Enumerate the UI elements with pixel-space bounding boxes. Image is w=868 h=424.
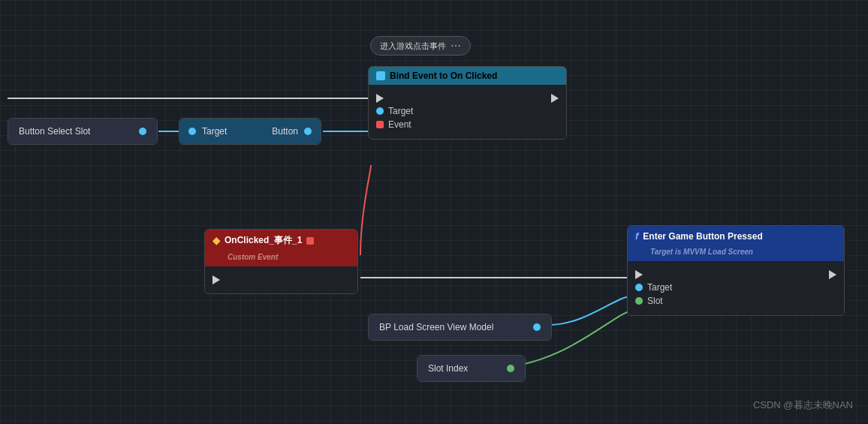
onclicked-diamond-icon: ◆ bbox=[212, 235, 220, 246]
enter-game-exec-row bbox=[635, 270, 836, 279]
target-button-body: Target Button bbox=[179, 119, 321, 144]
slot-index-label: Slot Index bbox=[428, 363, 507, 374]
bp-load-screen-out-pin[interactable] bbox=[533, 323, 541, 331]
enter-game-sub: Target is MVVM Load Screen bbox=[650, 248, 753, 256]
enter-game-f-icon: f bbox=[635, 230, 638, 242]
exec-out-pin[interactable] bbox=[551, 94, 559, 103]
enter-game-target-row: Target bbox=[635, 282, 836, 293]
enter-game-exec-in[interactable] bbox=[635, 270, 643, 279]
tooltip-bubble: 进入游戏点击事件 ⋯ bbox=[370, 36, 471, 56]
enter-game-slot-label: Slot bbox=[647, 296, 663, 306]
onclicked-red-pin[interactable] bbox=[306, 237, 314, 245]
button-select-slot-body: Button Select Slot bbox=[8, 119, 157, 144]
watermark: CSDN @暮志未晚NAN bbox=[753, 398, 853, 412]
enter-game-slot-pin[interactable] bbox=[635, 297, 643, 305]
bind-event-header: Bind Event to On Clicked bbox=[369, 67, 566, 85]
target-button-node: Target Button bbox=[179, 118, 321, 145]
bind-event-event-row: Event bbox=[376, 119, 559, 130]
slot-index-node: Slot Index bbox=[417, 355, 526, 382]
tooltip-icon: ⋯ bbox=[451, 40, 461, 52]
exec-in-pin[interactable] bbox=[376, 94, 384, 103]
event-label: Event bbox=[388, 119, 411, 130]
enter-game-header: f Enter Game Button Pressed Target is MV… bbox=[628, 226, 844, 261]
bp-load-screen-label: BP Load Screen View Model bbox=[379, 322, 533, 332]
tooltip-text: 进入游戏点击事件 bbox=[380, 41, 446, 52]
button-out-pin[interactable] bbox=[304, 128, 312, 135]
bind-event-exec-row bbox=[376, 94, 559, 103]
onclicked-exec-out[interactable] bbox=[212, 275, 220, 284]
target-label: Target bbox=[202, 126, 227, 137]
enter-game-title: Enter Game Button Pressed bbox=[643, 231, 762, 242]
target-in-pin[interactable] bbox=[188, 128, 196, 135]
bind-event-icon bbox=[376, 71, 385, 80]
button-select-slot-label: Button Select Slot bbox=[19, 126, 139, 137]
enter-game-node: f Enter Game Button Pressed Target is MV… bbox=[627, 225, 845, 316]
enter-game-target-label: Target bbox=[647, 282, 672, 293]
target-in-pin[interactable] bbox=[376, 107, 384, 115]
bp-load-screen-body: BP Load Screen View Model bbox=[369, 314, 551, 340]
slot-index-body: Slot Index bbox=[417, 356, 525, 381]
button-label: Button bbox=[272, 126, 298, 137]
button-select-slot-out-pin[interactable] bbox=[139, 128, 146, 135]
onclicked-body bbox=[205, 266, 357, 293]
bind-event-node: Bind Event to On Clicked Target Event bbox=[368, 66, 567, 140]
onclicked-header: ◆ OnClicked_事件_1 Custom Event bbox=[205, 230, 357, 266]
onclicked-title: OnClicked_事件_1 bbox=[225, 234, 302, 247]
event-in-pin[interactable] bbox=[376, 121, 384, 128]
button-select-slot-node: Button Select Slot bbox=[8, 118, 158, 145]
bind-event-target-row: Target bbox=[376, 106, 559, 116]
enter-game-target-pin[interactable] bbox=[635, 284, 643, 291]
enter-game-slot-row: Slot bbox=[635, 296, 836, 306]
target-label: Target bbox=[388, 106, 413, 116]
enter-game-body: Target Slot bbox=[628, 261, 844, 315]
enter-game-exec-out[interactable] bbox=[829, 270, 836, 279]
bind-event-title: Bind Event to On Clicked bbox=[390, 71, 497, 81]
bp-load-screen-node: BP Load Screen View Model bbox=[368, 314, 552, 341]
onclicked-exec-row bbox=[212, 275, 350, 284]
slot-index-out-pin[interactable] bbox=[507, 365, 514, 372]
onclicked-sub: Custom Event bbox=[228, 253, 278, 261]
onclicked-node: ◆ OnClicked_事件_1 Custom Event bbox=[204, 229, 358, 294]
bind-event-body: Target Event bbox=[369, 85, 566, 139]
